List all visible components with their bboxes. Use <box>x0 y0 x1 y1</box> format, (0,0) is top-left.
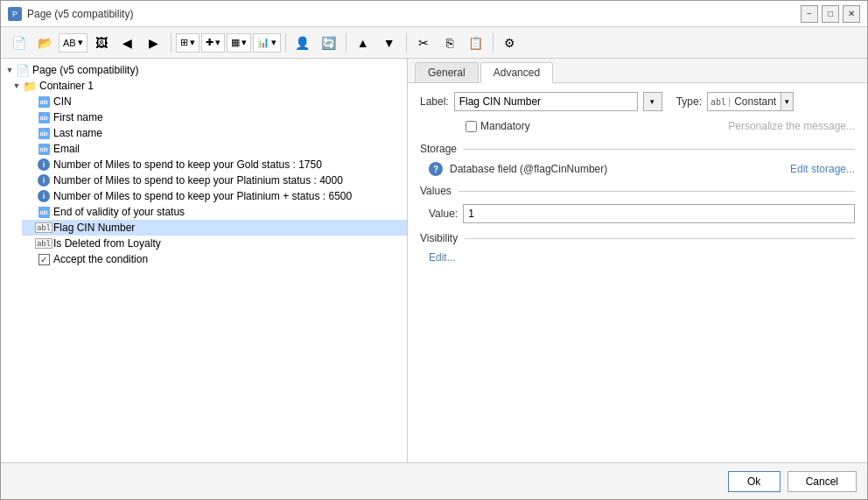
chart-dropdown-arrow: ▾ <box>271 37 276 48</box>
layout-dropdown-icon: ⊞ <box>180 37 188 48</box>
text-dropdown-label: AB <box>63 38 76 48</box>
window-icon: P <box>8 7 22 21</box>
sep-4 <box>406 33 407 53</box>
type-select-arrow-icon[interactable]: ▾ <box>780 93 793 110</box>
restore-button[interactable]: □ <box>822 5 839 23</box>
tree-accept-label: Accept the condition <box>53 253 148 265</box>
tree-container-1[interactable]: ▼ 📁 Container 1 <box>8 78 407 94</box>
visibility-row: Edit... <box>429 251 855 264</box>
left-panel: ▼ 📄 Page (v5 compatibility) ▼ 📁 Containe… <box>1 59 408 462</box>
chart-dropdown-icon: 📊 <box>257 37 270 48</box>
tree-cin-label: CIN <box>53 95 72 108</box>
tree-miles-plat-plus[interactable]: i Number of Miles to spend to keep your … <box>22 188 407 204</box>
tree-first-name[interactable]: ab First name <box>22 109 407 125</box>
tree-flag-cin-label: Flag CIN Number <box>53 222 135 234</box>
accept-icon: ✓ <box>37 252 51 266</box>
values-divider-line <box>458 191 855 192</box>
tab-general[interactable]: General <box>415 62 479 82</box>
tree-is-deleted[interactable]: abl Is Deleted from Loyalty <box>22 236 407 251</box>
miles-plat-plus-spacer <box>25 191 36 201</box>
tree-lastname-label: Last name <box>53 127 102 139</box>
insert-dropdown[interactable]: ✚ ▾ <box>201 33 225 53</box>
open-button[interactable]: 📂 <box>32 32 57 54</box>
close-button[interactable]: ✕ <box>843 5 860 23</box>
lastname-icon: ab <box>37 126 51 140</box>
value-input[interactable] <box>463 204 855 223</box>
mandatory-checkbox[interactable] <box>466 121 477 132</box>
tree-is-deleted-label: Is Deleted from Loyalty <box>53 237 161 250</box>
tree-flag-cin[interactable]: abl Flag CIN Number <box>22 220 407 236</box>
value-label: Value: <box>429 208 458 220</box>
lastname-spacer <box>25 128 36 138</box>
grid-dropdown[interactable]: ▦ ▾ <box>227 33 251 53</box>
cancel-button[interactable]: Cancel <box>788 471 857 492</box>
storage-section-header: Storage <box>420 143 855 155</box>
grid-dropdown-icon: ▦ <box>231 37 240 48</box>
copy-button[interactable]: ⎘ <box>438 32 462 54</box>
tab-advanced[interactable]: Advanced <box>480 62 553 83</box>
refresh-button[interactable]: 🔄 <box>317 32 341 54</box>
new-button[interactable]: 📄 <box>6 32 31 54</box>
main-window: P Page (v5 compatibility) − □ ✕ 📄 📂 AB ▾… <box>0 0 868 500</box>
minimize-button[interactable]: − <box>801 5 818 23</box>
tree-miles-gold[interactable]: i Number of Miles to spend to keep your … <box>22 157 407 173</box>
type-select-icon: abl <box>708 97 730 107</box>
edit-storage-link[interactable]: Edit storage... <box>790 163 855 175</box>
tree-miles-gold-label: Number of Miles to spend to keep your Go… <box>53 158 322 171</box>
up-button[interactable]: ▲ <box>351 32 375 54</box>
type-text: Type: <box>676 95 702 108</box>
form-area: Label: ▾ Type: abl Constant ▾ Mandatory … <box>408 83 867 462</box>
is-deleted-icon: abl <box>37 236 51 250</box>
email-spacer <box>25 144 36 154</box>
storage-divider-line <box>464 149 855 150</box>
personalize-link[interactable]: Personalize the message... <box>728 120 855 132</box>
tree-firstname-label: First name <box>53 111 103 123</box>
tree-last-name[interactable]: ab Last name <box>22 125 407 141</box>
forward-button[interactable]: ▶ <box>142 32 166 54</box>
title-bar-left: P Page (v5 compatibility) <box>8 7 133 21</box>
tree-end-validity-label: End of validity of your status <box>53 206 185 218</box>
down-button[interactable]: ▼ <box>377 32 402 54</box>
label-text: Label: <box>420 95 449 108</box>
back-button[interactable]: ◀ <box>116 32 140 54</box>
sep-3 <box>346 33 346 53</box>
mandatory-row: Mandatory Personalize the message... <box>466 120 855 132</box>
tree-miles-plat[interactable]: i Number of Miles to spend to keep your … <box>22 173 407 188</box>
tree-container-1-label: Container 1 <box>39 80 94 92</box>
ok-button[interactable]: Ok <box>728 471 780 492</box>
person-button[interactable]: 👤 <box>290 32 315 54</box>
tree-root[interactable]: ▼ 📄 Page (v5 compatibility) <box>1 62 407 78</box>
values-section-header: Values <box>420 185 855 197</box>
label-type-row: Label: ▾ Type: abl Constant ▾ <box>420 92 855 111</box>
layout-dropdown[interactable]: ⊞ ▾ <box>176 33 200 53</box>
tree-email[interactable]: ab Email <box>22 141 407 157</box>
visibility-divider-line <box>465 238 855 239</box>
settings-button[interactable]: ⚙ <box>498 32 522 54</box>
image-button[interactable]: 🖼 <box>89 32 114 54</box>
firstname-icon: ab <box>37 110 51 124</box>
email-icon: ab <box>37 142 51 156</box>
tree-cin[interactable]: ab CIN <box>22 94 407 109</box>
label-dropdown-btn[interactable]: ▾ <box>643 92 662 111</box>
tree-miles-plat-label: Number of Miles to spend to keep your Pl… <box>53 174 343 187</box>
tree-email-label: Email <box>53 143 80 155</box>
tree-end-validity[interactable]: ab End of validity of your status <box>22 204 407 220</box>
sep-2 <box>285 33 286 53</box>
flag-cin-icon: abl <box>37 221 51 235</box>
sep-5 <box>493 33 494 53</box>
tree-root-label: Page (v5 compatibility) <box>32 64 138 76</box>
title-bar: P Page (v5 compatibility) − □ ✕ <box>1 1 867 27</box>
cin-spacer <box>25 96 36 107</box>
type-select[interactable]: abl Constant ▾ <box>707 92 794 111</box>
cut-button[interactable]: ✂ <box>411 32 436 54</box>
miles-plat-plus-icon: i <box>37 189 51 203</box>
root-toggle-icon[interactable]: ▼ <box>4 65 15 75</box>
chart-dropdown[interactable]: 📊 ▾ <box>253 33 281 53</box>
value-row: Value: <box>429 204 855 223</box>
paste-button[interactable]: 📋 <box>464 32 488 54</box>
tree-accept[interactable]: ✓ Accept the condition <box>22 251 407 267</box>
edit-visibility-link[interactable]: Edit... <box>429 251 456 264</box>
text-dropdown[interactable]: AB ▾ <box>59 33 88 53</box>
container-toggle-icon[interactable]: ▼ <box>11 81 22 91</box>
label-input[interactable] <box>454 92 638 111</box>
